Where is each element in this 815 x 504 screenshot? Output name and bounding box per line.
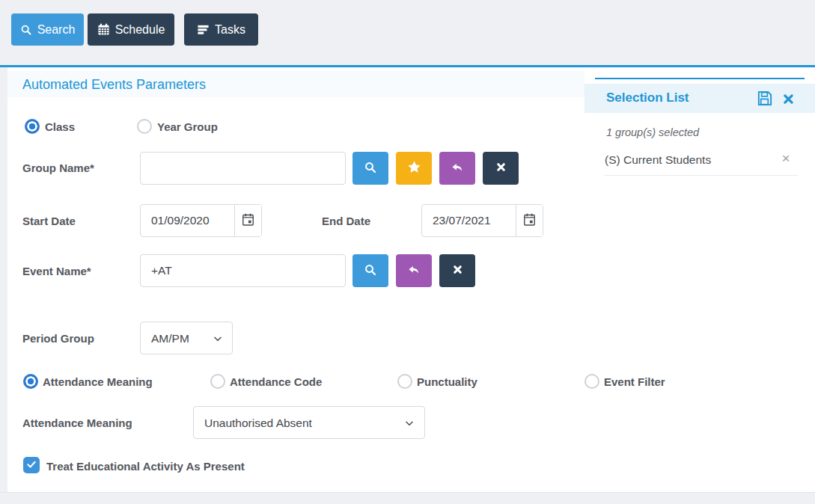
start-date-input[interactable]	[141, 205, 234, 236]
end-date-label: End Date	[322, 215, 370, 227]
class-radio-label: Class	[45, 120, 75, 133]
attendance-code-radio[interactable]	[210, 374, 225, 389]
period-group-select[interactable]: AM/PM	[140, 322, 233, 354]
group-favourite-button[interactable]	[396, 152, 432, 185]
selection-list-top-rule	[595, 78, 805, 79]
event-filter-radio[interactable]	[584, 374, 599, 389]
bottom-strip	[0, 492, 815, 504]
event-undo-button[interactable]	[396, 254, 432, 287]
event-name-input[interactable]	[140, 254, 346, 287]
selection-list-save-button[interactable]	[754, 90, 774, 109]
treat-educational-activity-label: Treat Educational Activity As Present	[46, 460, 245, 473]
close-icon	[782, 93, 795, 108]
group-name-label: Group Name*	[22, 162, 94, 174]
start-date-calendar-button[interactable]	[234, 205, 261, 236]
undo-icon	[407, 263, 421, 279]
calendar-icon	[522, 212, 537, 230]
selection-list-close-button[interactable]	[779, 91, 797, 109]
group-search-button[interactable]	[352, 152, 388, 185]
search-tab-label: Search	[37, 23, 76, 37]
event-filter-radio-label: Event Filter	[604, 375, 665, 388]
schedule-tab-button[interactable]: Schedule	[88, 13, 174, 46]
accent-divider	[0, 65, 815, 67]
tasks-icon	[197, 23, 210, 36]
selection-list-item-remove-button[interactable]: ×	[777, 150, 795, 168]
start-date-group	[140, 204, 262, 237]
close-icon	[452, 264, 463, 277]
left-gutter	[0, 67, 7, 492]
tasks-tab-button[interactable]: Tasks	[184, 13, 258, 46]
close-icon	[495, 162, 507, 175]
selection-list-summary: 1 group(s) selected	[606, 126, 699, 138]
calendar-icon	[97, 23, 110, 36]
punctuality-radio[interactable]	[397, 374, 412, 389]
treat-educational-activity-checkbox[interactable]	[23, 457, 40, 473]
start-date-label: Start Date	[22, 215, 76, 227]
tasks-tab-label: Tasks	[215, 23, 245, 37]
attendance-meaning-select-label: Attendance Meaning	[22, 417, 132, 429]
attendance-code-radio-label: Attendance Code	[230, 375, 322, 388]
check-icon	[26, 458, 37, 472]
selection-list-title: Selection List	[606, 90, 689, 105]
calendar-icon	[241, 212, 255, 230]
attendance-meaning-radio-label: Attendance Meaning	[43, 375, 153, 388]
toolbar: Search Schedule Tasks	[0, 0, 815, 65]
search-icon	[364, 161, 377, 176]
end-date-input[interactable]	[422, 205, 516, 236]
star-icon	[407, 160, 421, 176]
selection-list-item: (S) Current Students	[605, 153, 711, 167]
event-name-label: Event Name*	[22, 265, 91, 277]
group-clear-button[interactable]	[483, 152, 519, 185]
year-group-radio-label: Year Group	[157, 120, 218, 133]
attendance-meaning-select[interactable]: Unauthorised Absent	[193, 406, 425, 439]
selection-list-item-divider	[605, 175, 798, 176]
page-title: Automated Events Parameters	[22, 77, 206, 93]
undo-icon	[451, 161, 464, 176]
event-search-button[interactable]	[352, 254, 388, 287]
group-undo-button[interactable]	[439, 152, 475, 185]
save-icon	[756, 90, 773, 109]
year-group-radio[interactable]	[137, 119, 152, 134]
group-name-input[interactable]	[140, 152, 346, 185]
end-date-group	[421, 204, 543, 237]
end-date-calendar-button[interactable]	[516, 205, 543, 236]
schedule-tab-label: Schedule	[115, 23, 165, 37]
attendance-meaning-radio[interactable]	[23, 374, 38, 389]
search-icon	[20, 24, 32, 36]
event-clear-button[interactable]	[439, 254, 475, 287]
period-group-label: Period Group	[22, 332, 94, 345]
class-radio[interactable]	[25, 119, 40, 134]
search-icon	[364, 263, 377, 279]
punctuality-radio-label: Punctuality	[417, 375, 477, 388]
search-tab-button[interactable]: Search	[11, 13, 84, 46]
